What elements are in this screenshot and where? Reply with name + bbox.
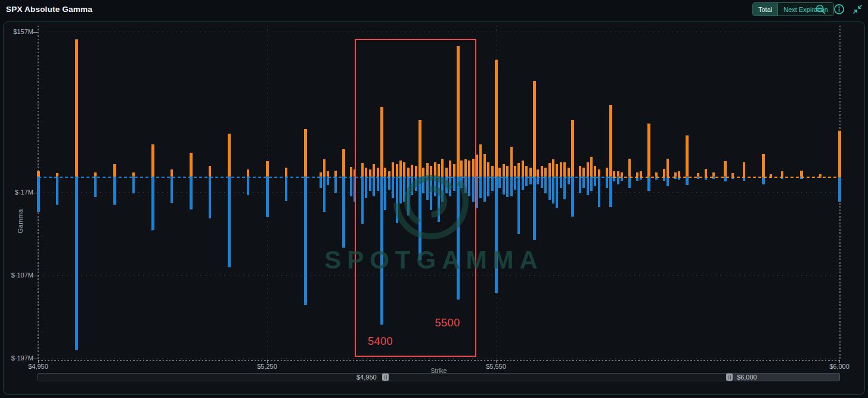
call-gamma-bar[interactable]	[495, 60, 498, 177]
call-gamma-bar[interactable]	[304, 129, 307, 177]
put-gamma-bar[interactable]	[170, 177, 173, 203]
call-gamma-bar[interactable]	[568, 168, 570, 177]
call-gamma-bar[interactable]	[487, 162, 489, 177]
call-gamma-bar[interactable]	[563, 162, 566, 177]
put-gamma-bar[interactable]	[113, 177, 116, 205]
call-gamma-bar[interactable]	[479, 144, 482, 177]
call-gamma-bar[interactable]	[582, 168, 585, 177]
call-gamma-bar[interactable]	[544, 168, 547, 177]
call-gamma-bar[interactable]	[606, 168, 608, 177]
put-gamma-bar[interactable]	[594, 177, 596, 186]
strike-range-slider[interactable]	[38, 373, 840, 381]
put-gamma-bar[interactable]	[666, 177, 669, 186]
call-gamma-bar[interactable]	[517, 163, 520, 177]
put-gamma-bar[interactable]	[479, 177, 482, 199]
put-gamma-bar[interactable]	[613, 177, 615, 182]
call-gamma-bar[interactable]	[590, 157, 593, 177]
put-gamma-bar[interactable]	[510, 177, 513, 196]
call-gamma-bar[interactable]	[491, 166, 494, 177]
put-gamma-bar[interactable]	[506, 177, 509, 198]
call-gamma-bar[interactable]	[663, 169, 665, 177]
put-gamma-bar[interactable]	[544, 177, 547, 194]
put-gamma-bar[interactable]	[563, 177, 566, 199]
call-gamma-bar[interactable]	[151, 144, 154, 177]
zoom-out-icon[interactable]	[815, 4, 826, 15]
put-gamma-bar[interactable]	[487, 177, 489, 196]
call-gamma-bar[interactable]	[647, 124, 650, 177]
put-gamma-bar[interactable]	[552, 177, 554, 204]
put-gamma-bar[interactable]	[606, 177, 608, 189]
put-gamma-bar[interactable]	[190, 177, 193, 209]
put-gamma-bar[interactable]	[571, 177, 574, 217]
call-gamma-bar[interactable]	[266, 161, 269, 177]
put-gamma-bar[interactable]	[304, 177, 307, 306]
call-gamma-bar[interactable]	[686, 135, 689, 177]
put-gamma-bar[interactable]	[483, 177, 486, 202]
put-gamma-bar[interactable]	[266, 177, 269, 218]
put-gamma-bar[interactable]	[587, 177, 589, 196]
call-gamma-bar[interactable]	[579, 166, 581, 177]
put-gamma-bar[interactable]	[132, 177, 135, 194]
put-gamma-bar[interactable]	[350, 177, 352, 196]
put-gamma-bar[interactable]	[533, 177, 536, 240]
call-gamma-bar[interactable]	[190, 153, 193, 177]
put-gamma-bar[interactable]	[628, 177, 631, 189]
slider-handle-left[interactable]	[382, 374, 389, 381]
slider-handle-right[interactable]	[726, 374, 733, 381]
call-gamma-bar[interactable]	[510, 147, 513, 177]
put-gamma-bar[interactable]	[514, 177, 516, 190]
call-gamma-bar[interactable]	[705, 169, 707, 177]
put-gamma-bar[interactable]	[522, 177, 524, 190]
put-gamma-bar[interactable]	[56, 177, 58, 205]
put-gamma-bar[interactable]	[579, 177, 581, 194]
put-gamma-bar[interactable]	[495, 177, 498, 294]
put-gamma-bar[interactable]	[503, 177, 505, 195]
call-gamma-bar[interactable]	[209, 166, 211, 177]
put-gamma-bar[interactable]	[151, 177, 154, 231]
put-gamma-bar[interactable]	[560, 177, 562, 189]
call-gamma-bar[interactable]	[724, 161, 727, 177]
call-gamma-bar[interactable]	[594, 166, 596, 177]
call-gamma-bar[interactable]	[525, 166, 528, 177]
put-gamma-bar[interactable]	[75, 177, 78, 350]
put-gamma-bar[interactable]	[582, 177, 585, 189]
put-gamma-bar[interactable]	[498, 177, 501, 189]
put-gamma-bar[interactable]	[598, 177, 600, 208]
call-gamma-bar[interactable]	[571, 120, 574, 177]
put-gamma-bar[interactable]	[327, 177, 329, 186]
call-gamma-bar[interactable]	[533, 81, 536, 177]
call-gamma-bar[interactable]	[628, 159, 631, 177]
call-gamma-bar[interactable]	[529, 168, 532, 177]
put-gamma-bar[interactable]	[686, 177, 689, 186]
put-gamma-bar[interactable]	[320, 177, 322, 189]
put-gamma-bar[interactable]	[617, 177, 619, 184]
put-gamma-bar[interactable]	[323, 177, 326, 212]
put-gamma-bar[interactable]	[537, 177, 539, 184]
call-gamma-bar[interactable]	[506, 166, 509, 177]
call-gamma-bar[interactable]	[556, 164, 558, 177]
put-gamma-bar[interactable]	[762, 177, 765, 184]
put-gamma-bar[interactable]	[285, 177, 287, 201]
put-gamma-bar[interactable]	[342, 177, 345, 248]
put-gamma-bar[interactable]	[590, 177, 593, 191]
call-gamma-bar[interactable]	[113, 164, 116, 177]
put-gamma-bar[interactable]	[556, 177, 558, 209]
call-gamma-bar[interactable]	[743, 162, 745, 177]
call-gamma-bar[interactable]	[503, 164, 505, 177]
put-gamma-bar[interactable]	[609, 177, 612, 208]
call-gamma-bar[interactable]	[762, 154, 765, 177]
call-gamma-bar[interactable]	[552, 159, 554, 177]
call-gamma-bar[interactable]	[560, 162, 562, 177]
put-gamma-bar[interactable]	[228, 177, 231, 267]
put-gamma-bar[interactable]	[209, 177, 211, 219]
call-gamma-bar[interactable]	[522, 161, 524, 177]
put-gamma-bar[interactable]	[247, 177, 249, 196]
put-gamma-bar[interactable]	[568, 177, 570, 184]
put-gamma-bar[interactable]	[37, 177, 40, 212]
put-gamma-bar[interactable]	[517, 177, 520, 235]
put-gamma-bar[interactable]	[541, 177, 543, 189]
call-gamma-bar[interactable]	[75, 39, 78, 177]
put-gamma-bar[interactable]	[838, 177, 841, 202]
collapse-icon[interactable]	[852, 4, 863, 15]
put-gamma-bar[interactable]	[491, 177, 494, 191]
